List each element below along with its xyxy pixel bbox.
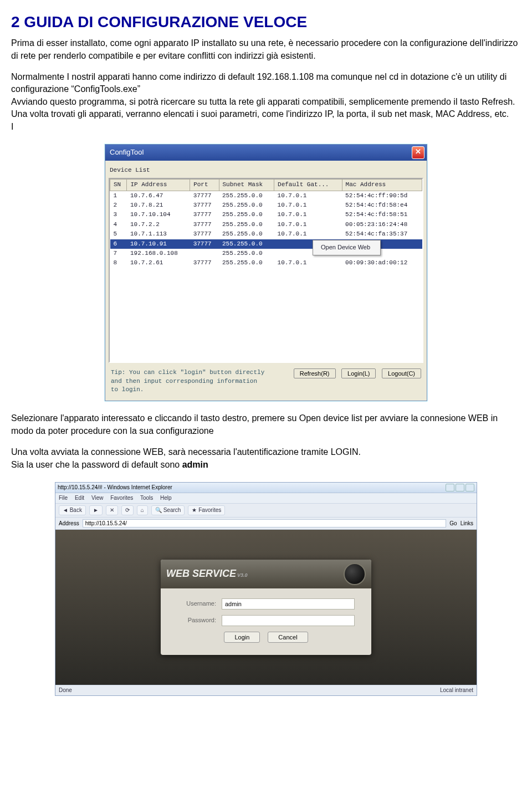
cell-mac: 00:09:30:ad:00:12 [342, 258, 422, 268]
favorites-button[interactable]: ★ Favorites [188, 505, 225, 515]
ie-window-controls[interactable] [446, 484, 474, 491]
menu-view[interactable]: View [91, 495, 104, 501]
paragraph-7: Una volta avviata la connessione WEB, sa… [11, 446, 521, 458]
cell-ip: 10.7.1.113 [127, 229, 190, 239]
menu-tools[interactable]: Tools [140, 495, 153, 501]
cell-ip: 10.7.10.91 [127, 239, 190, 249]
cell-gw: 10.7.0.1 [274, 210, 342, 219]
device-list-label: Device List [110, 166, 422, 175]
cell-mac: 52:54:4c:fd:58:51 [342, 210, 422, 219]
col-port[interactable]: Port [190, 180, 219, 191]
cell-port: 37777 [190, 191, 219, 201]
ie-window: http://10.15.5.24/# - Windows Internet E… [55, 482, 477, 696]
cell-sn: 3 [110, 210, 127, 219]
go-button[interactable]: Go [449, 520, 457, 527]
links-label[interactable]: Links [461, 520, 473, 527]
table-header-row[interactable]: SN IP Address Port Subnet Mask Default G… [110, 180, 422, 191]
cell-sn: 5 [110, 229, 127, 239]
cell-mask: 255.255.0.0 [219, 191, 274, 201]
password-label: Password: [177, 616, 216, 624]
cell-sn: 7 [110, 249, 127, 258]
table-row[interactable]: 810.7.2.6137777255.255.0.010.7.0.100:09:… [110, 258, 422, 268]
col-mask[interactable]: Subnet Mask [219, 180, 274, 191]
cell-mask: 255.255.0.0 [219, 258, 274, 268]
tip-text: Tip: You can click "login" button direct… [111, 368, 266, 394]
close-icon[interactable]: ✕ [412, 146, 424, 159]
forward-button[interactable]: ► [89, 505, 103, 515]
maximize-icon[interactable] [456, 484, 464, 491]
username-label: Username: [177, 600, 216, 608]
web-login-card: WEB SERVICEV3.0 Username: Password: Logi… [161, 560, 371, 655]
refresh-button[interactable]: Refresh(R) [294, 368, 336, 378]
login-button[interactable]: Login(L) [341, 368, 376, 378]
col-gateway[interactable]: Default Gat... [274, 180, 342, 191]
col-ip[interactable]: IP Address [127, 180, 190, 191]
home-button[interactable]: ⌂ [137, 505, 148, 515]
table-row[interactable]: 210.7.8.2137777255.255.0.010.7.0.152:54:… [110, 201, 422, 210]
brand-version: V3.0 [237, 572, 248, 578]
cell-port: 37777 [190, 201, 219, 210]
login-submit-button[interactable]: Login [224, 632, 260, 643]
menu-edit[interactable]: Edit [75, 495, 84, 501]
close-icon[interactable] [466, 484, 474, 491]
username-field[interactable] [222, 598, 355, 609]
status-right: Local intranet [440, 687, 473, 694]
ie-titlebar[interactable]: http://10.15.5.24/# - Windows Internet E… [55, 483, 477, 493]
cell-ip: 192.168.0.108 [127, 249, 190, 258]
search-button[interactable]: 🔍 Search [151, 505, 185, 515]
search-label: Search [163, 507, 181, 513]
cell-ip: 10.7.8.21 [127, 201, 190, 210]
cell-mac: 52:54:4c:ff:90:5d [342, 191, 422, 201]
cell-port: 37777 [190, 229, 219, 239]
cell-port: 37777 [190, 258, 219, 268]
login-card-header: WEB SERVICEV3.0 [161, 560, 371, 588]
ie-title-text: http://10.15.5.24/# - Windows Internet E… [58, 484, 172, 491]
back-button[interactable]: ◄ Back [59, 505, 86, 515]
cell-ip: 10.7.2.2 [127, 220, 190, 229]
context-menu-open-device-web[interactable]: Open Device Web [313, 242, 380, 253]
cell-gw: 10.7.0.1 [274, 220, 342, 229]
menu-help[interactable]: Help [160, 495, 172, 501]
logout-button[interactable]: Logout(C) [382, 368, 421, 378]
cell-sn: 4 [110, 220, 127, 229]
cell-mask: 255.255.0.0 [219, 239, 274, 249]
ie-address-bar[interactable]: Address Go Links [55, 518, 477, 530]
menu-file[interactable]: File [59, 495, 68, 501]
brand-text: WEB SERVICE [166, 568, 236, 579]
context-menu[interactable]: Open Device Web [313, 240, 381, 255]
address-label: Address [59, 520, 79, 527]
col-mac[interactable]: Mac Address [342, 180, 422, 191]
configtool-window: ConfigTool ✕ Device List SN IP Address P… [105, 144, 427, 402]
paragraph-6: Selezionare l'apparato interessato e cli… [11, 412, 521, 437]
refresh-button[interactable]: ⟳ [121, 505, 134, 515]
stop-button[interactable]: ✕ [106, 505, 118, 515]
cell-mask: 255.255.0.0 [219, 210, 274, 219]
cell-mask: 255.255.0.0 [219, 201, 274, 210]
table-row[interactable]: 410.7.2.237777255.255.0.010.7.0.100:05:2… [110, 220, 422, 229]
cell-gw: 10.7.0.1 [274, 229, 342, 239]
cell-port: 37777 [190, 220, 219, 229]
button-bar: Refresh(R) Login(L) Logout(C) [291, 368, 421, 378]
ie-menu-bar[interactable]: File Edit View Favorites Tools Help [55, 493, 477, 504]
cell-gw: 10.7.0.1 [274, 201, 342, 210]
col-sn[interactable]: SN [110, 180, 127, 191]
address-input[interactable] [83, 519, 447, 527]
cell-mac: 52:54:4c:fd:58:e4 [342, 201, 422, 210]
paragraph-5: I [11, 121, 521, 133]
configtool-titlebar[interactable]: ConfigTool ✕ [105, 145, 427, 161]
login-cancel-button[interactable]: Cancel [268, 632, 308, 643]
table-row[interactable]: 110.7.6.4737777255.255.0.010.7.0.152:54:… [110, 191, 422, 201]
paragraph-3: Avviando questo programma, si potrà rice… [11, 96, 521, 108]
cell-mask: 255.255.0.0 [219, 249, 274, 258]
paragraph-8: Sia la user che la password di default s… [11, 459, 521, 471]
minimize-icon[interactable] [446, 484, 454, 491]
password-field[interactable] [222, 615, 355, 626]
login-form: Username: Password: Login Cancel [161, 588, 371, 655]
table-row[interactable]: 510.7.1.11337777255.255.0.010.7.0.152:54… [110, 229, 422, 239]
cell-sn: 2 [110, 201, 127, 210]
cell-mac: 52:54:4c:fa:35:37 [342, 229, 422, 239]
ie-toolbar[interactable]: ◄ Back ► ✕ ⟳ ⌂ 🔍 Search ★ Favorites [55, 504, 477, 518]
paragraph-8-lead: Sia la user che la password di default s… [11, 460, 182, 469]
table-row[interactable]: 310.7.10.10437777255.255.0.010.7.0.152:5… [110, 210, 422, 219]
menu-favorites[interactable]: Favorites [110, 495, 133, 501]
